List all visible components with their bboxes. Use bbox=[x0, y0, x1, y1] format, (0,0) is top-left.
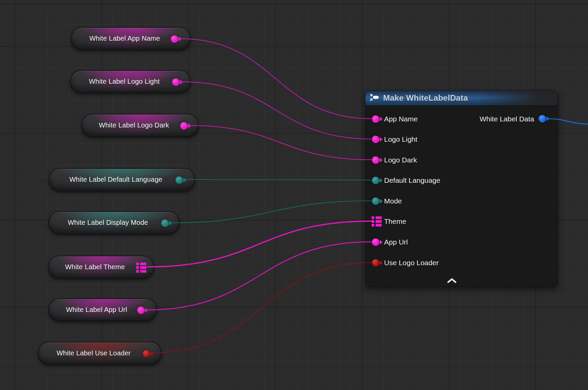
input-pin-label: App Name bbox=[384, 109, 418, 129]
white-label-display-mode-output-pin-arrow bbox=[169, 221, 172, 226]
getter-node-label: White Label Default Language bbox=[58, 169, 173, 190]
input-pin-row-theme: Theme bbox=[365, 211, 474, 232]
white-label-use-loader-output-pin[interactable] bbox=[143, 350, 154, 357]
white-label-use-loader-output-pin-arrow bbox=[150, 351, 153, 356]
input-pin-default-language-arrow bbox=[380, 178, 383, 183]
input-pin-row-use-logo-loader: Use Logo Loader bbox=[365, 253, 474, 273]
make-node-title-bar[interactable]: Make WhiteLabelData bbox=[365, 91, 558, 106]
variable-getter-node-white-label-logo-dark[interactable]: White Label Logo Dark bbox=[81, 114, 199, 137]
wire-app-name[interactable] bbox=[180, 39, 372, 119]
getter-node-label: White Label Display Mode bbox=[58, 212, 158, 233]
input-pin-row-mode: Mode bbox=[365, 191, 474, 211]
input-pin-default-language-circle bbox=[372, 177, 379, 184]
make-node-title: Make WhiteLabelData bbox=[383, 93, 468, 103]
white-label-display-mode-output-pin-circle bbox=[161, 219, 169, 227]
white-label-app-url-output-pin-arrow bbox=[145, 308, 148, 313]
input-pin-default-language[interactable] bbox=[372, 177, 383, 184]
variable-getter-node-white-label-app-name[interactable]: White Label App Name bbox=[71, 27, 191, 50]
input-pin-logo-light[interactable] bbox=[372, 136, 383, 143]
getter-node-label: White Label App Name bbox=[80, 28, 169, 49]
collapse-chevron-icon[interactable] bbox=[447, 278, 457, 285]
input-pin-label: Logo Dark bbox=[384, 150, 417, 170]
input-pin-use-logo-loader[interactable] bbox=[372, 259, 383, 267]
input-pin-row-logo-dark: Logo Dark bbox=[365, 150, 474, 170]
output-pin-label: White Label Data bbox=[480, 109, 534, 129]
input-pin-row-app-url: App Url bbox=[365, 232, 474, 252]
input-pin-app-name-circle bbox=[372, 115, 379, 123]
wire-logo-dark[interactable] bbox=[189, 125, 372, 160]
white-label-default-language-output-pin-arrow bbox=[183, 178, 186, 182]
getter-node-label: White Label Logo Light bbox=[80, 71, 169, 92]
white-label-app-name-output-pin[interactable] bbox=[171, 35, 182, 43]
variable-getter-node-white-label-use-loader[interactable]: White Label Use Loader bbox=[38, 342, 162, 365]
make-struct-icon bbox=[370, 93, 379, 103]
white-label-default-language-output-pin[interactable] bbox=[175, 176, 187, 184]
getter-node-label: White Label Theme bbox=[58, 256, 132, 278]
variable-getter-node-white-label-display-mode[interactable]: White Label Display Mode bbox=[48, 211, 180, 234]
input-pin-mode[interactable] bbox=[372, 197, 383, 205]
getter-node-label: White Label Use Loader bbox=[47, 343, 140, 364]
white-label-app-name-output-pin-circle bbox=[171, 35, 178, 43]
white-label-logo-dark-output-pin[interactable] bbox=[180, 122, 192, 130]
white-label-app-url-output-pin[interactable] bbox=[137, 307, 149, 314]
white-label-logo-dark-output-pin-arrow bbox=[188, 123, 191, 128]
getter-node-label: White Label Logo Dark bbox=[91, 115, 177, 136]
input-pin-app-name-arrow bbox=[380, 117, 383, 121]
white-label-theme-output-pin-struct-icon[interactable] bbox=[136, 262, 146, 273]
white-label-use-loader-output-pin-circle bbox=[143, 350, 150, 357]
getter-node-label: White Label App Url bbox=[58, 299, 135, 320]
input-pin-theme-struct-icon[interactable] bbox=[372, 216, 382, 227]
input-pin-row-default-language: Default Language bbox=[365, 170, 474, 191]
input-pin-mode-circle bbox=[372, 197, 379, 205]
input-pin-logo-light-arrow bbox=[380, 137, 383, 142]
output-pin-white-label-data-circle bbox=[539, 115, 546, 122]
white-label-app-name-output-pin-arrow bbox=[178, 37, 182, 41]
wire-use-loader[interactable] bbox=[152, 262, 372, 353]
wire-logo-light[interactable] bbox=[181, 82, 372, 139]
input-pin-label: Mode bbox=[384, 191, 402, 211]
wire-display-mode[interactable] bbox=[170, 201, 372, 223]
white-label-default-language-output-pin-circle bbox=[175, 176, 183, 184]
input-pin-logo-light-circle bbox=[372, 136, 379, 143]
output-pin-white-label-data-arrow bbox=[546, 116, 549, 121]
input-pin-app-url-arrow bbox=[380, 240, 383, 245]
input-pin-use-logo-loader-arrow bbox=[380, 260, 383, 265]
white-label-logo-light-output-pin-circle bbox=[172, 78, 180, 86]
input-pin-app-url-circle bbox=[372, 238, 379, 246]
white-label-display-mode-output-pin[interactable] bbox=[161, 219, 173, 227]
input-pin-app-name[interactable] bbox=[372, 115, 383, 123]
input-pin-label: Theme bbox=[384, 211, 406, 232]
input-pin-logo-dark-arrow bbox=[380, 158, 383, 162]
variable-getter-node-white-label-default-language[interactable]: White Label Default Language bbox=[49, 168, 195, 191]
variable-getter-node-white-label-theme[interactable]: White Label Theme bbox=[48, 256, 154, 278]
input-pin-row-logo-light: Logo Light bbox=[365, 129, 474, 150]
input-pin-mode-arrow bbox=[380, 199, 383, 203]
input-pin-logo-dark[interactable] bbox=[372, 156, 383, 164]
input-pin-label: Default Language bbox=[384, 170, 440, 191]
input-pin-logo-dark-circle bbox=[372, 156, 379, 164]
struct-grid-pin-icon bbox=[372, 216, 382, 227]
blueprint-graph-canvas[interactable]: White Label App NameWhite Label Logo Lig… bbox=[0, 0, 588, 390]
input-pin-label: Logo Light bbox=[384, 129, 417, 150]
white-label-app-url-output-pin-circle bbox=[137, 307, 145, 314]
white-label-logo-dark-output-pin-circle bbox=[180, 122, 188, 130]
variable-getter-node-white-label-logo-light[interactable]: White Label Logo Light bbox=[70, 70, 191, 93]
input-pin-row-app-name: App Name bbox=[365, 109, 474, 129]
white-label-logo-light-output-pin-arrow bbox=[180, 80, 183, 84]
struct-grid-pin-icon bbox=[136, 262, 146, 273]
input-pin-label: App Url bbox=[384, 232, 408, 252]
input-pin-label: Use Logo Loader bbox=[384, 253, 439, 273]
input-pin-use-logo-loader-circle bbox=[372, 259, 379, 267]
wire-app-url[interactable] bbox=[146, 242, 372, 310]
output-pin-white-label-data[interactable] bbox=[539, 115, 550, 122]
input-pin-app-url[interactable] bbox=[372, 238, 383, 246]
wire-theme[interactable] bbox=[147, 221, 372, 267]
white-label-logo-light-output-pin[interactable] bbox=[172, 78, 184, 86]
wire-default-language[interactable] bbox=[185, 179, 372, 180]
variable-getter-node-white-label-app-url[interactable]: White Label App Url bbox=[48, 298, 157, 321]
make-whitelabeldata-node[interactable]: Make WhiteLabelDataApp NameLogo LightLog… bbox=[365, 90, 558, 287]
